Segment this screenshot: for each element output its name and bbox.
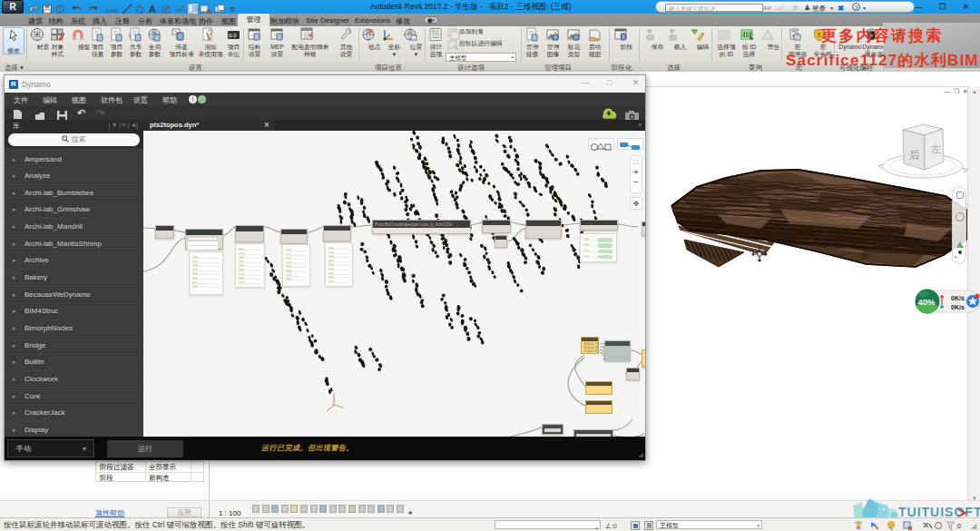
svg-text:40%: 40%	[918, 297, 936, 307]
svg-text:0K/s: 0K/s	[951, 295, 965, 301]
svg-text:A: A	[149, 4, 156, 15]
svg-text::0: :0	[956, 522, 961, 530]
svg-text:左: 左	[931, 143, 941, 154]
svg-text:后: 后	[909, 149, 920, 162]
svg-text:!: !	[818, 31, 820, 39]
svg-text:0K/s: 0K/s	[951, 304, 965, 310]
svg-text:0.0: 0.0	[229, 33, 237, 38]
